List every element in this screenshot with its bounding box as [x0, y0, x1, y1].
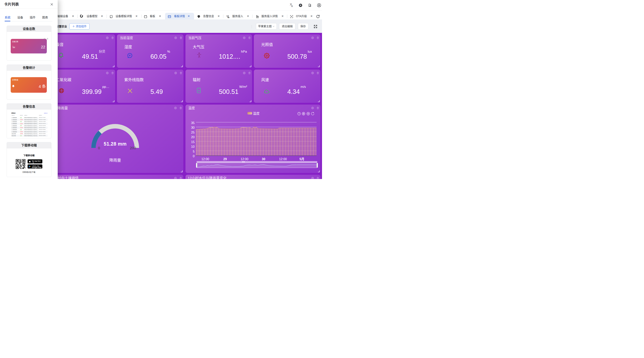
svg-text:B: B [228, 17, 230, 18]
svg-text:A: A [291, 5, 293, 7]
svg-text:A: A [226, 15, 228, 17]
